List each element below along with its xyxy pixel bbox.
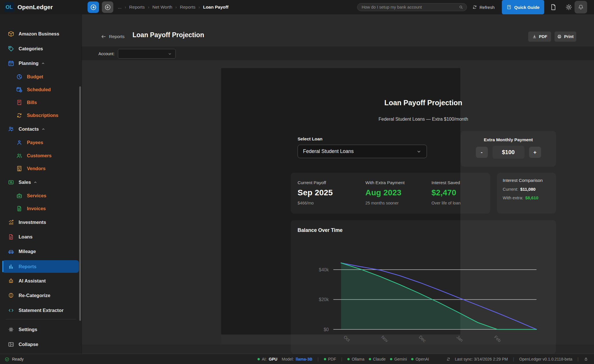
status-dot-icon xyxy=(258,358,260,360)
sidebar-item-label: Reports xyxy=(19,264,36,269)
nav-back-button[interactable] xyxy=(88,1,99,13)
sidebar-item-reports[interactable]: Reports xyxy=(2,260,79,273)
search-box[interactable] xyxy=(357,3,467,11)
sidebar-item-budget[interactable]: Budget xyxy=(2,70,79,83)
sidebar-item-label: Loans xyxy=(19,234,33,240)
stat-label: Interest Saved xyxy=(431,180,461,185)
guide-book-icon xyxy=(506,5,512,10)
building-icon xyxy=(16,165,23,172)
status-separator: | xyxy=(512,357,515,361)
status-value: llama-3B xyxy=(296,357,312,361)
status-label: Claude xyxy=(373,357,386,361)
provider-claude: Claude xyxy=(369,357,386,361)
stat-value: Sep 2025 xyxy=(298,188,333,197)
status-separator: | xyxy=(577,357,579,361)
sync-icon xyxy=(446,357,451,361)
sidebar-item-amazon-business[interactable]: Amazon Business xyxy=(2,27,79,40)
breadcrumb-item[interactable]: Reports xyxy=(129,5,145,10)
increase-payment-button[interactable]: + xyxy=(529,147,541,158)
sidebar-item-statement-extractor[interactable]: Statement Extractor xyxy=(2,304,79,317)
sidebar-item-subscriptions[interactable]: Subscriptions xyxy=(2,109,79,122)
breadcrumb-item[interactable]: Net Worth xyxy=(153,5,173,10)
sidebar-item-services[interactable]: Services xyxy=(2,189,79,202)
breadcrumb-separator: › xyxy=(175,5,177,9)
breadcrumb-item[interactable]: Reports xyxy=(180,5,195,10)
sidebar-item-payees[interactable]: Payees xyxy=(2,136,79,149)
chart-heading: Balance Over Time xyxy=(298,227,342,233)
breadcrumb-separator: › xyxy=(148,5,149,9)
sidebar-item-re-categorize[interactable]: Re-Categorize xyxy=(2,289,79,302)
comparison-label: Current: xyxy=(503,187,518,192)
theme-sun-icon[interactable] xyxy=(565,3,573,11)
sidebar-item-invoices[interactable]: Invoices xyxy=(2,202,79,215)
sidebar-item-settings[interactable]: Settings xyxy=(2,323,79,336)
sidebar-item-bills[interactable]: Bills xyxy=(2,96,79,109)
search-input[interactable] xyxy=(357,5,459,9)
sidebar-item-label: Budget xyxy=(27,74,43,79)
sidebar-item-contacts[interactable]: Contacts xyxy=(2,123,79,135)
sidebar-divider xyxy=(6,319,76,319)
comparison-value: $8,610 xyxy=(525,195,538,200)
interest-comparison-title: Interest Comparison xyxy=(503,178,556,183)
sidebar-item-ai-assistant[interactable]: AI Assistant xyxy=(2,275,79,287)
calendar-icon xyxy=(8,60,14,67)
code-icon xyxy=(8,307,14,314)
quick-guide-button[interactable]: Quick Guide xyxy=(502,0,544,14)
chevron-up-icon xyxy=(41,61,45,65)
sidebar-item-vendors[interactable]: Vendors xyxy=(2,162,79,175)
report-title: Loan Payoff Projection xyxy=(291,99,556,107)
briefcase-icon xyxy=(16,192,23,199)
print-button[interactable]: Print xyxy=(555,31,576,42)
sidebar-item-planning[interactable]: Planning xyxy=(2,57,79,69)
sidebar-item-mileage[interactable]: Mileage xyxy=(2,245,79,258)
calclock-icon xyxy=(16,86,23,93)
ready-label: Ready xyxy=(12,357,23,361)
refresh-icon xyxy=(472,5,477,10)
filedoc-icon xyxy=(16,205,23,212)
model-status: Model:llama-3B xyxy=(282,357,312,361)
pdf-status: PDF xyxy=(324,357,336,361)
decrease-payment-button[interactable]: - xyxy=(476,147,488,158)
breadcrumb-item[interactable]: ... xyxy=(118,5,122,10)
sidebar-item-customers[interactable]: Customers xyxy=(2,149,79,162)
sidebar-item-label: Collapse xyxy=(19,342,38,347)
payoff-stats-card: Current PayoffSep 2025$466/moWith Extra … xyxy=(291,173,490,214)
x-axis-tick: Feb xyxy=(493,335,502,343)
sidebar-item-label: Planning xyxy=(19,61,39,66)
sidebar-item-label: Mileage xyxy=(19,249,36,254)
top-bar: OL OpenLedger ...›Reports›Net Worth›Repo… xyxy=(0,0,594,14)
sidebar-item-loans[interactable]: Loans xyxy=(2,230,79,243)
sidebar-item-label: Investments xyxy=(19,220,46,225)
bell-icon xyxy=(578,4,584,10)
balance-over-time-chart: $0$20k$40kOctNovDecJanFeb xyxy=(299,252,545,352)
sidebar-item-scheduled[interactable]: Scheduled xyxy=(2,83,79,96)
sidebar-item-label: AI Assistant xyxy=(19,278,46,284)
sidebar-item-label: Re-Categorize xyxy=(19,293,50,298)
status-bar: Ready AI:GPUModel:llama-3B|PDF|OllamaCla… xyxy=(0,354,594,364)
sidebar-item-sales[interactable]: Sales xyxy=(2,176,79,188)
breadcrumb-separator: › xyxy=(199,5,200,9)
back-to-reports-link[interactable]: Reports xyxy=(101,32,124,41)
sidebar-item-investments[interactable]: Investments xyxy=(2,216,79,228)
nav-forward-button[interactable] xyxy=(102,1,113,13)
refresh-button[interactable]: Refresh xyxy=(472,0,495,14)
status-separator: | xyxy=(317,357,320,361)
chevron-down-icon xyxy=(416,149,421,154)
sidebar-item-label: Vendors xyxy=(27,166,45,171)
loan-select[interactable]: Federal Student Loans xyxy=(298,145,427,158)
document-icon[interactable] xyxy=(550,3,557,11)
lock-icon[interactable] xyxy=(584,357,588,361)
arrow-left-circle-icon xyxy=(90,4,97,11)
notifications-button[interactable] xyxy=(575,1,587,13)
extra-payment-card: Extra Monthly Payment - $100 + xyxy=(461,131,556,167)
check-circle-icon xyxy=(5,357,9,362)
app-logo: OL xyxy=(4,2,14,12)
sidebar-scrollbar[interactable] xyxy=(79,86,81,321)
collapse-icon xyxy=(8,341,14,348)
sidebar-item-collapse[interactable]: Collapse xyxy=(2,338,79,351)
stat-value: Aug 2023 xyxy=(365,188,405,197)
account-select[interactable] xyxy=(118,49,176,59)
filedoc-icon xyxy=(8,234,14,240)
sidebar-item-categories[interactable]: Categories xyxy=(2,42,79,55)
pdf-export-button[interactable]: PDF xyxy=(528,31,551,42)
